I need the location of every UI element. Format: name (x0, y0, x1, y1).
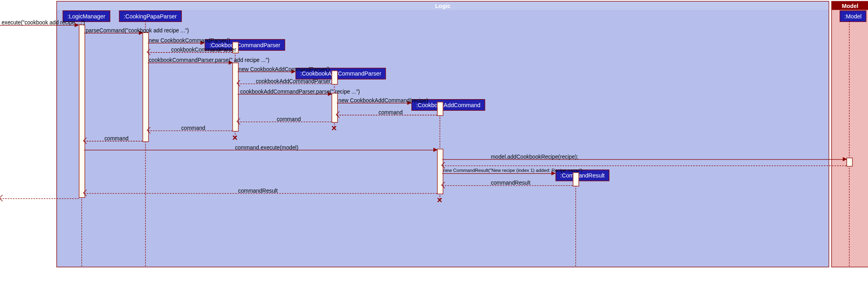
activation (331, 70, 338, 84)
arrow-head-icon (433, 148, 437, 152)
model-box: Model (831, 1, 868, 267)
destroy-icon: ✕ (331, 125, 337, 131)
arrow (442, 173, 555, 174)
logic-box-title: Logic (57, 2, 828, 10)
msg-label: command (181, 125, 205, 131)
msg-label: commandResult (238, 187, 278, 194)
msg-label: command (277, 116, 301, 122)
activation (437, 102, 443, 116)
msg-label: model.addCookbookRecipe(recipe); (491, 153, 579, 160)
activation (331, 93, 338, 122)
msg-label: command (104, 135, 128, 142)
msg-label: new CommandResult("New recipe (index 1) … (443, 167, 583, 173)
msg-label: new CookbookCommandParser() (149, 37, 230, 44)
activation (79, 24, 85, 198)
msg-label: execute("cookbook add recipe ...") (2, 19, 85, 26)
arrow-head-icon (843, 157, 847, 161)
head-model: :Model (840, 10, 866, 22)
lifeline (849, 21, 850, 266)
msg-label: parseCommand("cookbook add recipe ...") (86, 27, 189, 34)
msg-label: command.execute(model) (235, 144, 299, 150)
model-box-title: Model (832, 2, 868, 10)
sequence-diagram: Logic Model :LogicManager :CookingPapaPa… (0, 0, 868, 285)
msg-label: cookbookCommandParser.parse(" add recipe… (149, 57, 269, 63)
head-cooking-papa-parser: :CookingPapaParser (119, 10, 182, 22)
msg-label: cookbookAddCommandParser (256, 78, 331, 84)
activation (846, 157, 853, 166)
arrow (0, 198, 79, 199)
lifeline (575, 180, 576, 266)
destroy-icon: ✕ (232, 135, 238, 141)
msg-label: commandResult (491, 179, 531, 186)
arrow (442, 165, 846, 166)
msg-label: cookbookAddCommandParser.parse(" recipe … (240, 88, 360, 95)
activation (573, 172, 579, 186)
msg-label: cookbookCommandParser (171, 46, 236, 53)
msg-label: new CookbookAddCommandParser() (239, 66, 330, 72)
destroy-icon: ✕ (437, 197, 443, 203)
msg-label: new CookbookAddCommand(recipe) (338, 97, 428, 104)
msg-label: command (379, 109, 403, 116)
arrow-head-icon (0, 195, 6, 201)
activation (143, 32, 149, 142)
activation (437, 149, 443, 194)
